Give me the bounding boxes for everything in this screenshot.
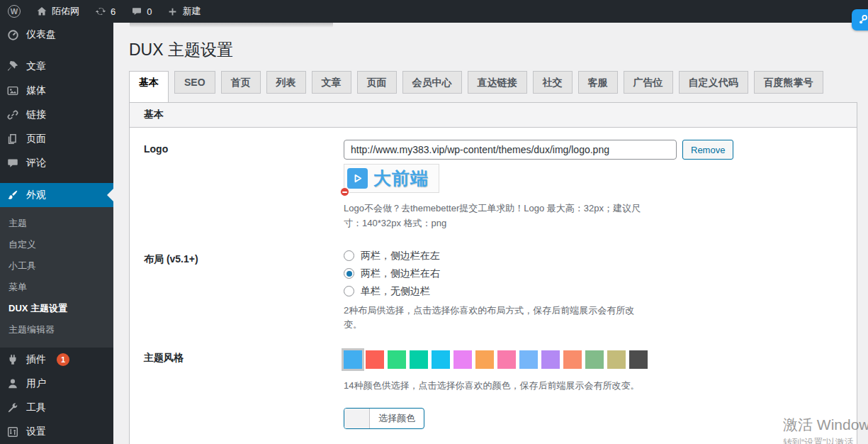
plugin-icon — [6, 353, 20, 366]
layout-option-label: 两栏，侧边栏在右 — [361, 267, 440, 280]
tab-custom-code[interactable]: 自定义代码 — [679, 71, 748, 94]
color-picker-button[interactable]: 选择颜色 — [344, 408, 424, 429]
radio-unchecked-icon[interactable] — [344, 286, 354, 296]
settings-sliders-icon — [6, 426, 20, 438]
new-content-item[interactable]: 新建 — [159, 0, 208, 23]
sidebar-item-dashboard[interactable]: 仪表盘 — [0, 23, 113, 47]
update-count: 6 — [111, 6, 115, 17]
sidebar-label: 插件 — [26, 353, 46, 366]
home-icon — [36, 6, 47, 17]
plus-icon — [167, 6, 178, 17]
sidebar-item-tools[interactable]: 工具 — [0, 396, 113, 420]
tab-seo[interactable]: SEO — [174, 71, 215, 94]
sidebar-label: 用户 — [26, 377, 46, 390]
submenu-menus[interactable]: 菜单 — [0, 277, 113, 298]
color-swatch[interactable] — [388, 350, 406, 369]
tab-member-center[interactable]: 会员中心 — [402, 71, 462, 94]
admin-sidebar: 仪表盘 文章 媒体 链接 页面 评论 外观 — [0, 23, 113, 444]
tab-list[interactable]: 列表 — [266, 71, 306, 94]
wordpress-logo[interactable]: W — [0, 0, 28, 23]
sidebar-label: 媒体 — [26, 84, 46, 97]
remove-logo-icon[interactable] — [340, 187, 349, 196]
sidebar-item-settings[interactable]: 设置 — [0, 420, 113, 444]
layout-option-right[interactable]: 两栏，侧边栏在右 — [344, 267, 842, 280]
sidebar-item-posts[interactable]: 文章 — [0, 55, 113, 79]
settings-panel: 基本 Logo Remove 大前端 Logo不会做？去themebetter提… — [129, 102, 857, 444]
logo-preview-text: 大前端 — [373, 167, 429, 190]
color-swatch[interactable] — [541, 350, 560, 369]
new-label: 新建 — [182, 5, 201, 18]
comments-icon — [6, 157, 20, 170]
layout-row: 布局 (v5.1+) 两栏，侧边栏在左 两栏，侧边栏在右 单栏，无侧边栏 2种布… — [130, 250, 857, 333]
tab-direct-links[interactable]: 直达链接 — [468, 71, 527, 94]
sidebar-item-users[interactable]: 用户 — [0, 372, 113, 396]
tab-social[interactable]: 社交 — [533, 71, 573, 94]
wrench-icon — [6, 401, 20, 414]
page-title: DUX 主题设置 — [129, 39, 868, 61]
sidebar-item-media[interactable]: 媒体 — [0, 79, 113, 103]
theme-style-control: 14种颜色供选择，点击选择你喜欢的颜色，保存后前端展示会有所改变。 选择颜色 不… — [344, 348, 842, 444]
logo-url-input[interactable] — [344, 140, 677, 160]
color-swatch[interactable] — [410, 350, 428, 369]
settings-tabs: 基本 SEO 首页 列表 文章 页面 会员中心 直达链接 社交 客服 广告位 自… — [129, 71, 857, 102]
layout-option-left[interactable]: 两栏，侧边栏在左 — [344, 250, 842, 262]
sidebar-label: 仪表盘 — [26, 28, 56, 41]
sidebar-item-comments[interactable]: 评论 — [0, 151, 113, 175]
layout-option-label: 两栏，侧边栏在左 — [361, 250, 440, 262]
user-icon — [6, 377, 20, 390]
tab-baidu-xiongzhang[interactable]: 百度熊掌号 — [754, 71, 823, 94]
submenu-widgets[interactable]: 小工具 — [0, 255, 113, 277]
tab-page[interactable]: 页面 — [357, 71, 397, 94]
tab-service[interactable]: 客服 — [578, 71, 618, 94]
submenu-customize[interactable]: 自定义 — [0, 234, 113, 255]
submenu-themes[interactable]: 主题 — [0, 213, 113, 234]
menu-separator — [0, 47, 113, 55]
layout-label: 布局 (v5.1+) — [144, 250, 344, 333]
sidebar-item-pages[interactable]: 页面 — [0, 127, 113, 151]
appearance-brush-icon — [6, 189, 20, 201]
sidebar-item-plugins[interactable]: 插件 1 — [0, 348, 113, 372]
color-swatch[interactable] — [607, 350, 626, 369]
sidebar-item-appearance[interactable]: 外观 — [0, 183, 113, 207]
main-content: DUX 主题设置 基本 SEO 首页 列表 文章 页面 会员中心 直达链接 社交… — [113, 23, 868, 444]
submenu-dux-settings[interactable]: DUX 主题设置 — [0, 298, 113, 319]
tab-home[interactable]: 首页 — [221, 71, 261, 94]
radio-unchecked-icon[interactable] — [344, 250, 354, 261]
submenu-theme-editor[interactable]: 主题编辑器 — [0, 319, 113, 340]
radio-checked-icon[interactable] — [344, 268, 354, 279]
sidebar-item-links[interactable]: 链接 — [0, 103, 113, 127]
color-swatch[interactable] — [453, 350, 472, 369]
color-swatch[interactable] — [585, 350, 604, 369]
plugins-update-badge: 1 — [57, 353, 69, 366]
color-swatch[interactable] — [497, 350, 516, 369]
section-title: 基本 — [130, 103, 857, 128]
color-swatch[interactable] — [475, 350, 494, 369]
updates-item[interactable]: 6 — [87, 0, 123, 23]
comment-count: 0 — [147, 6, 152, 17]
layout-help-text: 2种布局供选择，点击选择你喜欢的布局方式，保存后前端展示会有所改变。 — [344, 304, 645, 333]
color-swatch[interactable] — [629, 350, 648, 369]
color-swatch[interactable] — [563, 350, 582, 369]
link-icon — [6, 109, 20, 121]
layout-option-label: 单栏，无侧边栏 — [361, 285, 430, 298]
wordpress-icon: W — [8, 5, 21, 18]
sidebar-label: 工具 — [26, 401, 46, 414]
color-swatch[interactable] — [519, 350, 538, 369]
logo-help-text: Logo不会做？去themebetter提交工单求助！Logo 最大高：32px… — [344, 201, 645, 231]
sidebar-label: 文章 — [26, 60, 46, 73]
logo-remove-button[interactable]: Remove — [682, 140, 733, 160]
comments-item[interactable]: 0 — [123, 0, 159, 23]
color-swatch[interactable] — [366, 350, 384, 369]
layout-control: 两栏，侧边栏在左 两栏，侧边栏在右 单栏，无侧边栏 2种布局供选择，点击选择你喜… — [344, 250, 842, 333]
site-name-link[interactable]: 陌佑网 — [28, 0, 87, 23]
updates-icon — [95, 6, 106, 17]
tab-basic[interactable]: 基本 — [129, 71, 169, 102]
sidebar-label: 外观 — [26, 189, 46, 201]
color-swatch[interactable] — [432, 350, 450, 369]
theme-style-help-text: 14种颜色供选择，点击选择你喜欢的颜色，保存后前端展示会有所改变。 — [344, 379, 645, 394]
browser-extension-icon[interactable] — [852, 9, 868, 30]
color-swatch[interactable] — [344, 350, 362, 369]
layout-option-single[interactable]: 单栏，无侧边栏 — [344, 285, 842, 298]
tab-ads[interactable]: 广告位 — [624, 71, 673, 94]
tab-post[interactable]: 文章 — [312, 71, 351, 94]
